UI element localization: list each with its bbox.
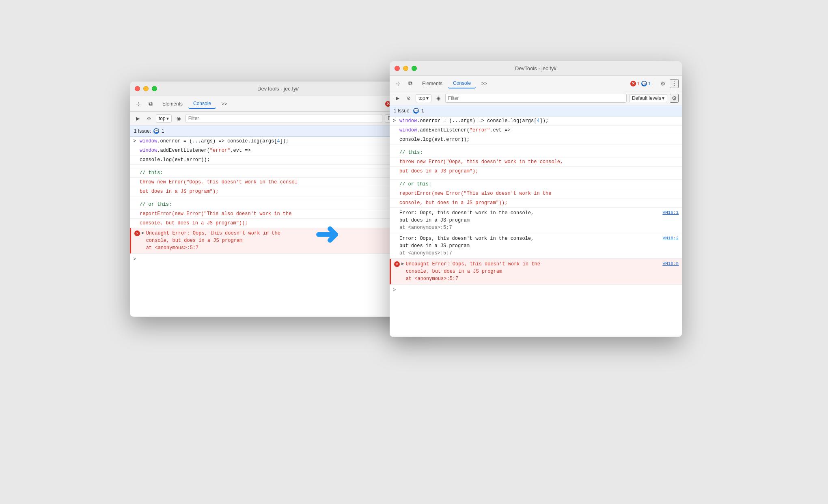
error-block-front: ✕ ▶ Uncaught Error: Oops, this doesn't w… (390, 259, 682, 284)
window-title-back: DevTools - jec.fyi/ (257, 86, 299, 92)
console-line-report2-back: console, but does in a JS program")); (130, 219, 426, 228)
tab-console-front[interactable]: Console (448, 79, 476, 88)
devtools-window-front: DevTools - jec.fyi/ ⊹ ⧉ Elements Console… (390, 61, 682, 337)
console-line-3-back: console.log(evt.error)); (130, 155, 426, 165)
top-label-back: top (159, 116, 166, 121)
console-toolbar-back: ▶ ⊘ top ▾ ◉ Default levels ▾ (130, 112, 426, 125)
maximize-button-front[interactable] (412, 66, 417, 71)
error-badge-front: ✕ 1 (630, 81, 640, 86)
issue-icon-back: 💬 (153, 128, 159, 134)
tab-elements-front[interactable]: Elements (417, 79, 447, 88)
console-line-throw2-back: but does in a JS program"); (130, 187, 426, 196)
devtools-window-back: DevTools - jec.fyi/ ⊹ ⧉ Elements Console… (130, 82, 426, 317)
device-tool-back[interactable]: ⧉ (145, 99, 156, 109)
filter-input-front[interactable] (445, 94, 627, 103)
default-levels-front[interactable]: Default levels ▾ (629, 94, 667, 102)
error-icon-back: ✕ (134, 230, 140, 236)
console-comment1-front: // this: (390, 148, 682, 157)
issue-count-front: 1 (421, 108, 424, 114)
gear-button-front[interactable]: ⚙ (670, 94, 679, 103)
code-window-back: window (140, 138, 157, 144)
console-line-1-back: window.onerror = (...args) => console.lo… (130, 137, 426, 146)
tab-more-back[interactable]: >> (217, 99, 232, 108)
error-text-front: Uncaught Error: Oops, this doesn't work … (406, 261, 540, 282)
caret-front: ▶ (401, 261, 404, 267)
traffic-lights-front (395, 66, 417, 71)
default-levels-label-front: Default levels (632, 95, 661, 101)
console-report1-front: reportError(new Error("This also doesn't… (390, 189, 682, 198)
error-info-1-line3: at <anonymous>:5:7 (399, 224, 534, 231)
play-button-front[interactable]: ▶ (393, 94, 402, 103)
cursor-tool-front[interactable]: ⊹ (393, 78, 403, 89)
issue-icon-front: 💬 (413, 108, 419, 114)
eye-button-front[interactable]: ◉ (434, 94, 443, 103)
console-line-report-back: reportError(new Error("This also doesn't… (130, 209, 426, 219)
issue-text-back: 1 Issue: (134, 128, 151, 134)
error-info-2-line2: but does in a JS program (399, 242, 534, 250)
traffic-lights-back (135, 86, 157, 91)
issue-text-front: 1 Issue: (394, 108, 411, 114)
error-info-2-line1: Error: Oops, this doesn't work in the co… (399, 235, 534, 242)
console-report2-front: console, but does in a JS program")); (390, 198, 682, 208)
console-caret-front: > (393, 286, 396, 294)
error-content-back: ✕ ▶ Uncaught Error: Oops, this doesn't w… (134, 230, 280, 252)
caret-back: ▶ (142, 230, 144, 237)
error-info-block-2-front: Error: Oops, this doesn't work in the co… (390, 233, 682, 259)
tab-console-back[interactable]: Console (188, 99, 216, 109)
error-content-front: ✕ ▶ Uncaught Error: Oops, this doesn't w… (394, 261, 540, 282)
minimize-button-back[interactable] (143, 86, 149, 91)
vm-link-3-front[interactable]: VM16:5 (662, 261, 679, 267)
tab-bar-front: Elements Console >> (417, 79, 629, 88)
settings-button-front[interactable]: ⚙ (658, 78, 668, 89)
close-button-front[interactable] (395, 66, 400, 71)
play-button-back[interactable]: ▶ (133, 114, 142, 123)
console-line-2-front: window.addEventListener("error",evt => (390, 126, 682, 135)
divider-front (654, 80, 654, 88)
tab-elements-back[interactable]: Elements (157, 99, 188, 108)
tab-toolbar-front: ⊹ ⧉ Elements Console >> ✕ 1 💬 1 ⚙ ⋮ (390, 76, 682, 91)
console-line-comment1-back: // this: (130, 168, 426, 178)
cursor-tool-back[interactable]: ⊹ (133, 99, 144, 109)
info-badge-front: 💬 1 (641, 81, 651, 86)
filter-input-back[interactable] (185, 114, 382, 123)
minimize-button-front[interactable] (403, 66, 408, 71)
console-line-3-front: console.log(evt.error)); (390, 135, 682, 144)
eye-button-back[interactable]: ◉ (174, 114, 183, 123)
error-info-1-line1: Error: Oops, this doesn't work in the co… (399, 209, 534, 217)
vm-link-1-front[interactable]: VM16:1 (662, 209, 679, 216)
top-dropdown-front[interactable]: top ▾ (416, 94, 431, 102)
device-tool-front[interactable]: ⧉ (405, 78, 416, 89)
ban-button-back[interactable]: ⊘ (144, 114, 153, 123)
console-comment2-front: // or this: (390, 180, 682, 189)
error-badge-count-front: 1 (637, 81, 640, 86)
title-bar-front: DevTools - jec.fyi/ (390, 61, 682, 76)
console-content-back: window.onerror = (...args) => console.lo… (130, 137, 426, 316)
vm-link-2-front[interactable]: VM16:2 (662, 235, 679, 242)
maximize-button-back[interactable] (152, 86, 157, 91)
error-row-front: ✕ ▶ Uncaught Error: Oops, this doesn't w… (394, 261, 679, 282)
close-button-back[interactable] (135, 86, 140, 91)
blue-arrow: ➜ (315, 220, 339, 249)
console-input-back: > (130, 254, 426, 265)
console-input-front: > (390, 284, 682, 295)
console-line-throw-back: throw new Error("Oops, this doesn't work… (130, 178, 426, 187)
top-dropdown-back[interactable]: top ▾ (156, 114, 172, 123)
title-bar-back: DevTools - jec.fyi/ (130, 82, 426, 96)
console-throw1-front: throw new Error("Oops, this doesn't work… (390, 157, 682, 167)
error-row-back: ✕ ▶ Uncaught Error: Oops, this doesn't w… (134, 230, 423, 252)
issue-count-back: 1 (162, 128, 164, 134)
more-button-front[interactable]: ⋮ (670, 79, 679, 88)
console-throw2-front: but does in a JS program"); (390, 167, 682, 176)
console-blank1-front (390, 144, 682, 148)
error-icon-front: ✕ (394, 261, 400, 267)
error-text-back: Uncaught Error: Oops, this doesn't work … (146, 230, 280, 252)
tab-more-front[interactable]: >> (477, 79, 492, 88)
console-line-comment2-back: // or this: (130, 200, 426, 209)
ban-button-front[interactable]: ⊘ (404, 94, 413, 103)
error-info-block-1-front: Error: Oops, this doesn't work in the co… (390, 208, 682, 233)
info-badge-count-front: 1 (648, 81, 651, 86)
console-line-blank2-back (130, 196, 426, 200)
badge-group-front: ✕ 1 💬 1 ⚙ ⋮ (630, 78, 679, 89)
console-line-1-front: window.onerror = (...args) => console.lo… (390, 116, 682, 126)
issue-bar-back: 1 Issue: 💬 1 (130, 125, 426, 137)
